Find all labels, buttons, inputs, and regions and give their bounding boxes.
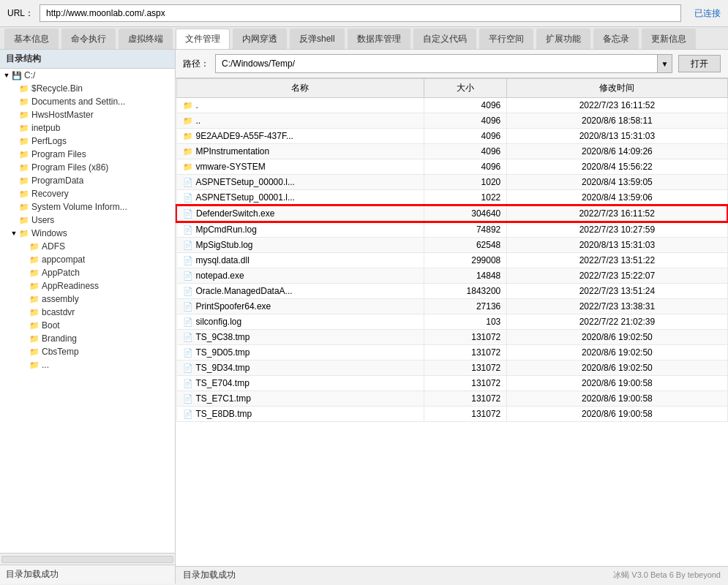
file-size: 4096 [424,98,507,113]
tree-item-programdata[interactable]: 📁 ProgramData [0,174,175,187]
folder-icon: 📁 [29,268,40,278]
tree-item-bcastdvr[interactable]: 📁 bcastdvr [0,306,175,319]
folder-icon: 📁 [19,189,29,199]
folder-icon: 📁 [19,150,29,159]
sidebar-scroll-area: ▼💾 C:/📁 $Recycle.Bin📁 Documents and Sett… [0,69,175,553]
tree-item-cbstemp[interactable]: 📁 CbsTemp [0,345,175,358]
tree-label: ADFS [42,241,65,252]
table-row[interactable]: 📁..40962020/8/6 18:58:11 [176,113,727,129]
path-input[interactable] [216,55,657,72]
path-dropdown-button[interactable]: ▼ [657,55,672,72]
nav-tab-rebound[interactable]: 反弹shell [290,29,345,49]
tree-item-programfilesx86[interactable]: 📁 Program Files (x86) [0,161,175,174]
folder-icon: 📁 [29,347,40,357]
tree-item-recovery[interactable]: 📁 Recovery [0,187,175,200]
file-time: 2020/8/6 19:02:50 [507,345,727,361]
folder-icon: 📁 [19,110,29,120]
tree-item-inetpub[interactable]: 📁 inetpub [0,121,175,135]
tree-label: Program Files (x86) [31,162,108,173]
table-row[interactable]: 📁9E2AADE9-A55F-437F...40962020/8/13 15:3… [176,129,727,144]
tree-label: Windows [31,228,67,238]
file-name: silconfig.log [196,317,242,327]
file-icon: 📄 [183,193,193,202]
folder-icon: 📁 [29,242,40,252]
tree-item-docset[interactable]: 📁 Documents and Settin... [0,95,175,108]
file-name: mysql.data.dll [196,255,249,265]
table-row[interactable]: 📄MpSigStub.log625482020/8/13 15:31:03 [176,238,727,253]
tree-item-hws[interactable]: 📁 HwsHostMaster [0,108,175,121]
nav-tab-update[interactable]: 更新信息 [642,29,696,49]
nav-tab-intranet[interactable]: 内网穿透 [233,29,287,49]
tree-item-apppatch[interactable]: 📁 AppPatch [0,266,175,279]
tree-item-windows[interactable]: ▼📁 Windows [0,227,175,240]
folder-icon: 📁 [29,308,40,317]
tree-item-appcompat[interactable]: 📁 appcompat [0,253,175,266]
table-row[interactable]: 📄notepad.exe148482022/7/23 15:22:07 [176,268,727,284]
table-row[interactable]: 📄PrintSpoofer64.exe271362022/7/23 13:38:… [176,299,727,314]
tree-label: Program Files [31,149,86,159]
table-row[interactable]: 📁vmware-SYSTEM40962020/8/4 15:56:22 [176,159,727,175]
file-table-wrap[interactable]: 名称 大小 修改时间 📁.40962022/7/23 16:11:52📁..40… [176,78,728,566]
file-name: . [196,100,198,110]
file-name: TS_E704.tmp [196,378,249,388]
tree-label: PerfLogs [31,136,67,146]
file-name: PrintSpoofer64.exe [196,301,271,312]
table-row[interactable]: 📄ASPNETSetup_00001.l...10222020/8/4 13:5… [176,190,727,206]
tree-item-appreadiness[interactable]: 📁 AppReadiness [0,279,175,292]
table-row[interactable]: 📄TS_9C38.tmp1310722020/8/6 19:02:50 [176,330,727,345]
tree-item-users[interactable]: 📁 Users [0,214,175,227]
file-icon: 📄 [183,241,193,249]
table-row[interactable]: 📄MpCmdRun.log748922022/7/23 10:27:59 [176,222,727,238]
file-name: DefenderSwitch.exe [196,208,274,219]
tree-item-sysvolinfo[interactable]: 📁 System Volume Inform... [0,200,175,214]
table-row[interactable]: 📁.40962022/7/23 16:11:52 [176,98,727,113]
nav-tab-customcode[interactable]: 自定义代码 [413,29,476,49]
tree-item-recycle[interactable]: 📁 $Recycle.Bin [0,82,175,95]
tree-item-adfs[interactable]: 📁 ADFS [0,240,175,253]
sidebar-hscrollbar[interactable] [1,556,173,563]
tree-label: bcastdvr [42,307,75,317]
file-time: 2020/8/6 19:00:58 [507,376,727,391]
table-row[interactable]: 📄TS_9D05.tmp1310722020/8/6 19:02:50 [176,345,727,361]
nav-tab-filemgr[interactable]: 文件管理 [176,29,230,49]
tree-item-programfiles[interactable]: 📁 Program Files [0,148,175,161]
sidebar-tree[interactable]: ▼💾 C:/📁 $Recycle.Bin📁 Documents and Sett… [0,69,175,553]
tree-label: CbsTemp [42,347,79,357]
table-row[interactable]: 📁MPInstrumentation40962020/8/6 14:09:26 [176,144,727,159]
tree-item-assembly[interactable]: 📁 assembly [0,292,175,306]
tree-item-branding[interactable]: 📁 Branding [0,332,175,345]
table-row[interactable]: 📄mysql.data.dll2990082022/7/23 13:51:22 [176,253,727,268]
table-row[interactable]: 📄DefenderSwitch.exe3046402022/7/23 16:11… [176,205,727,222]
tree-item-c_drive[interactable]: ▼💾 C:/ [0,69,175,82]
folder-icon: 📁 [29,295,40,304]
file-icon: 📄 [183,379,193,388]
nav-tab-basic[interactable]: 基本信息 [4,29,59,49]
file-time: 2020/8/13 15:31:03 [507,238,727,253]
nav-tab-dbmgr[interactable]: 数据库管理 [348,29,410,49]
file-icon: 📄 [183,225,193,234]
file-time: 2020/8/6 19:00:58 [507,407,727,422]
open-button[interactable]: 打开 [678,55,721,72]
file-icon: 📄 [183,302,193,311]
tree-item-perflogs[interactable]: 📁 PerfLogs [0,135,175,148]
table-row[interactable]: 📄TS_9D34.tmp1310722020/8/6 19:02:50 [176,361,727,376]
tree-item-boot[interactable]: 📁 Boot [0,319,175,332]
file-size: 14848 [424,268,507,284]
tree-label: Boot [42,320,60,331]
table-row[interactable]: 📄silconfig.log1032022/7/22 21:02:39 [176,314,727,330]
nav-tab-vterm[interactable]: 虚拟终端 [119,29,173,49]
table-row[interactable]: 📄Oracle.ManagedDataA...18432002022/7/23 … [176,284,727,299]
url-input[interactable] [40,4,681,22]
file-size: 131072 [424,376,507,391]
folder-icon: 📁 [19,97,29,107]
tree-item-ccc[interactable]: 📁 ... [0,358,175,371]
table-row[interactable]: 📄TS_E8DB.tmp1310722020/8/6 19:00:58 [176,407,727,422]
nav-tab-parallel[interactable]: 平行空间 [479,29,533,49]
table-row[interactable]: 📄TS_E7C1.tmp1310722020/8/6 19:00:58 [176,391,727,407]
table-row[interactable]: 📄TS_E704.tmp1310722020/8/6 19:00:58 [176,376,727,391]
file-size: 1022 [424,190,507,206]
table-row[interactable]: 📄ASPNETSetup_00000.l...10202020/8/4 13:5… [176,175,727,190]
nav-tab-extend[interactable]: 扩展功能 [536,29,590,49]
nav-tab-notes[interactable]: 备忘录 [593,29,639,49]
nav-tab-cmd[interactable]: 命令执行 [61,29,116,49]
